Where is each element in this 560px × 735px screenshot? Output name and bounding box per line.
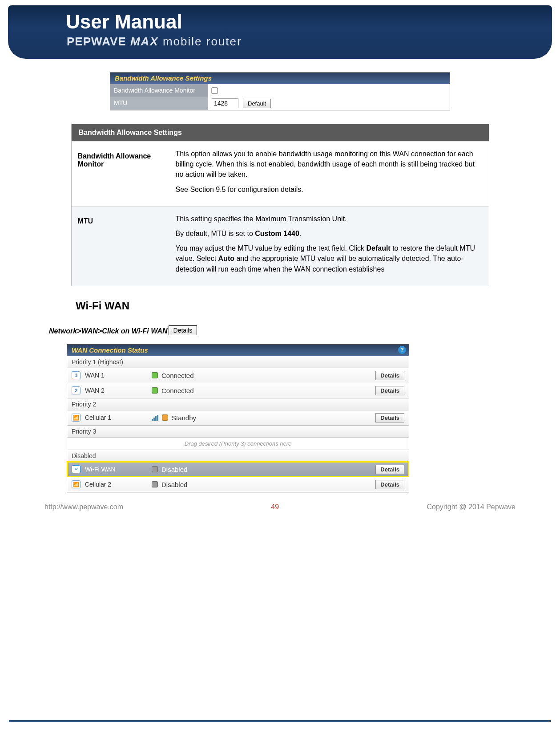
help-icon[interactable]: ? xyxy=(398,346,406,354)
wan-name: WAN 1 xyxy=(85,372,147,379)
def-text: This setting specifies the Maximum Trans… xyxy=(176,214,483,224)
footer-copyright: Copyright @ 2014 Pepwave xyxy=(427,503,516,511)
details-button-example: Details xyxy=(169,325,197,335)
status-led-orange-icon xyxy=(162,414,168,421)
bandwidth-monitor-checkbox[interactable] xyxy=(211,87,218,93)
text-fragment: By default, MTU is set to xyxy=(176,230,255,237)
wan-badge: 📶 xyxy=(72,480,81,488)
footer-divider xyxy=(9,720,551,722)
priority-2-header: Priority 2 xyxy=(67,398,409,410)
wifi-icon: ⌔ xyxy=(72,465,81,473)
page-number: 49 xyxy=(271,503,279,511)
status-text: Disabled xyxy=(161,481,187,488)
status-text: Connected xyxy=(161,387,194,394)
bold-fragment: Default xyxy=(366,244,390,252)
doc-title: User Manual xyxy=(66,11,182,33)
def-value: This setting specifies the Maximum Trans… xyxy=(169,207,489,286)
wan-name: WAN 2 xyxy=(85,387,147,394)
row-mtu: MTU Default xyxy=(110,97,450,110)
wan-name: Wi-Fi WAN xyxy=(85,466,147,473)
def-row-bandwidth-monitor: Bandwidth Allowance Monitor This option … xyxy=(72,141,489,206)
def-text: See Section 9.5 for configuration detail… xyxy=(176,184,483,195)
priority-1-header: Priority 1 (Highest) xyxy=(67,356,409,368)
mtu-input[interactable] xyxy=(212,98,238,108)
def-key: MTU xyxy=(72,207,169,286)
status-text: Connected xyxy=(161,372,194,379)
panel-title-text: WAN Connection Status xyxy=(72,346,148,354)
wan-row-wan1[interactable]: 1 WAN 1 Connected Details xyxy=(67,368,409,383)
bold-fragment: Custom 1440 xyxy=(255,230,299,237)
bold-fragment: Auto xyxy=(218,255,234,262)
wan-badge: 📶 xyxy=(72,414,81,422)
wan-badge: 1 xyxy=(72,371,81,379)
details-button[interactable]: Details xyxy=(375,386,404,395)
signal-bars-icon xyxy=(152,414,158,421)
priority-3-dropzone[interactable]: Drag desired (Priority 3) connections he… xyxy=(67,437,409,450)
wan-badge: 2 xyxy=(72,386,81,394)
details-button[interactable]: Details xyxy=(375,465,404,474)
wan-row-cellular1[interactable]: 📶 Cellular 1 Standby Details xyxy=(67,410,409,425)
text-fragment: . xyxy=(299,230,301,237)
def-key: Bandwidth Allowance Monitor xyxy=(72,142,169,206)
wan-row-wifi-wan[interactable]: ⌔ Wi-Fi WAN Disabled Details xyxy=(67,462,409,477)
brand-name: PEPWAVE xyxy=(67,35,126,48)
priority-3-header: Priority 3 xyxy=(67,425,409,437)
footer-url: http://www.pepwave.com xyxy=(44,503,123,511)
wan-connection-status-screenshot: WAN Connection Status ? Priority 1 (High… xyxy=(67,344,409,492)
status-led-green-icon xyxy=(152,387,158,394)
def-text: You may adjust the MTU value by editing … xyxy=(176,243,483,274)
panel-title: Bandwidth Allowance Settings xyxy=(110,73,450,84)
product-name: MAX xyxy=(130,35,159,48)
status-led-grey-icon xyxy=(152,466,158,472)
status-text: Disabled xyxy=(161,466,187,473)
breadcrumb-instruction: Network>WAN>Click on Wi-Fi WAN Details xyxy=(49,325,511,335)
wan-name: Cellular 2 xyxy=(85,481,147,488)
label-bandwidth-monitor: Bandwidth Allowance Monitor xyxy=(110,84,208,97)
bandwidth-settings-def-table: Bandwidth Allowance Settings Bandwidth A… xyxy=(71,124,489,286)
label-mtu: MTU xyxy=(110,97,208,110)
status-led-green-icon xyxy=(152,372,158,378)
section-heading-wifi-wan: Wi-Fi WAN xyxy=(76,300,511,312)
def-table-header: Bandwidth Allowance Settings xyxy=(72,124,489,141)
status-led-grey-icon xyxy=(152,481,158,487)
wan-name: Cellular 1 xyxy=(85,414,147,421)
mtu-default-button[interactable]: Default xyxy=(243,99,271,108)
def-row-mtu: MTU This setting specifies the Maximum T… xyxy=(72,206,489,286)
page-footer: http://www.pepwave.com 49 Copyright @ 20… xyxy=(0,492,560,511)
row-bandwidth-monitor: Bandwidth Allowance Monitor xyxy=(110,84,450,97)
details-button[interactable]: Details xyxy=(375,480,404,489)
details-button[interactable]: Details xyxy=(375,413,404,422)
def-value: This option allows you to enable bandwid… xyxy=(169,142,489,206)
details-button[interactable]: Details xyxy=(375,371,404,380)
wan-row-wan2[interactable]: 2 WAN 2 Connected Details xyxy=(67,383,409,398)
def-text: This option allows you to enable bandwid… xyxy=(176,149,483,180)
text-fragment: You may adjust the MTU value by editing … xyxy=(176,244,367,252)
doc-subtitle: PEPWAVE MAX mobile router xyxy=(67,35,242,49)
panel-title: WAN Connection Status ? xyxy=(67,345,409,356)
disabled-header: Disabled xyxy=(67,450,409,462)
wan-row-cellular2[interactable]: 📶 Cellular 2 Disabled Details xyxy=(67,477,409,492)
doc-header-banner: User Manual PEPWAVE MAX mobile router xyxy=(8,5,552,59)
breadcrumb-text: Network>WAN>Click on Wi-Fi WAN xyxy=(49,327,168,335)
def-text: By default, MTU is set to Custom 1440. xyxy=(176,228,483,239)
status-text: Standby xyxy=(172,414,196,422)
bandwidth-settings-screenshot: Bandwidth Allowance Settings Bandwidth A… xyxy=(110,72,450,110)
product-suffix: mobile router xyxy=(163,35,242,48)
